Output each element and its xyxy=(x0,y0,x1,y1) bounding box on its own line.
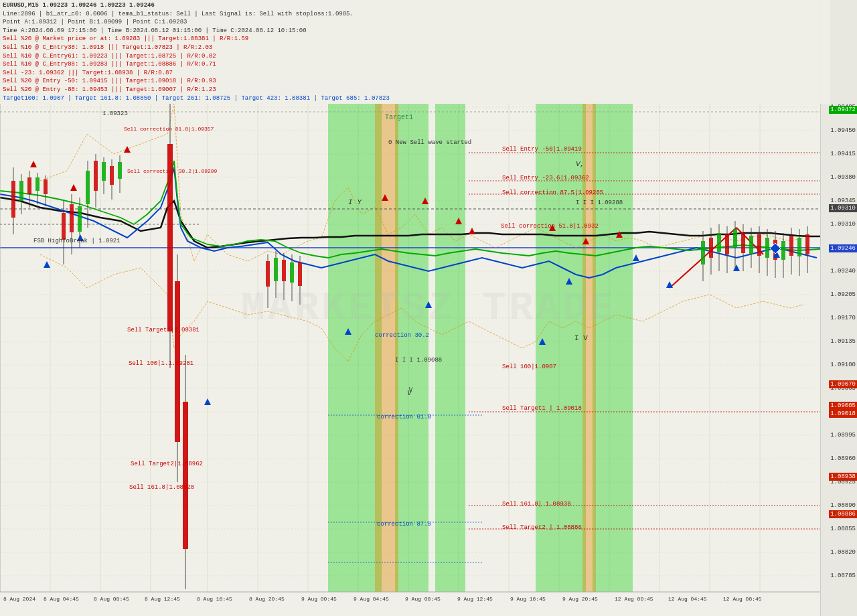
svg-rect-118 xyxy=(765,238,769,258)
price-21: 1.08785 xyxy=(830,572,856,579)
price-label-top: 1.09472 xyxy=(829,106,857,114)
svg-text:Sell Target2|1.08962: Sell Target2|1.08962 xyxy=(131,461,203,467)
svg-text:I V: I V xyxy=(574,334,588,342)
svg-text:Sell correction 51.8|1.0932: Sell correction 51.8|1.0932 xyxy=(501,223,599,230)
svg-text:Sell Entry -23.6|1.09362: Sell Entry -23.6|1.09362 xyxy=(502,175,589,181)
sell-line2: Sell %10 @ C_Entry38: 1.0918 ||| Target:… xyxy=(3,44,828,52)
svg-text:Sell Target1 | 1.09018: Sell Target1 | 1.09018 xyxy=(502,405,582,412)
svg-text:8 Aug 16:45: 8 Aug 16:45 xyxy=(197,596,232,602)
svg-rect-78 xyxy=(94,161,98,191)
price-5: 1.09345 xyxy=(830,198,856,204)
svg-text:V: V xyxy=(408,386,413,394)
info-bar: EURUSD,M15 1.09223 1.09246 1.09223 1.092… xyxy=(0,0,830,104)
svg-rect-39 xyxy=(435,104,465,592)
price-4: 1.09380 xyxy=(830,174,856,181)
svg-rect-60 xyxy=(11,181,15,218)
svg-text:9 Aug 12:45: 9 Aug 12:45 xyxy=(457,596,493,602)
svg-rect-112 xyxy=(741,233,745,253)
price-label-938: 1.08938 xyxy=(829,473,857,481)
svg-text:correction 30.2: correction 30.2 xyxy=(375,332,429,339)
price-label-310: 1.09310 xyxy=(829,204,857,212)
svg-rect-72 xyxy=(70,204,74,232)
svg-rect-98 xyxy=(290,262,294,283)
svg-text:correction 61.8: correction 61.8 xyxy=(377,414,431,420)
svg-rect-102 xyxy=(701,241,705,264)
svg-text:Sell 161.8|1.08928: Sell 161.8|1.08928 xyxy=(129,484,194,491)
svg-rect-82 xyxy=(110,166,114,185)
svg-text:8 Aug 08:45: 8 Aug 08:45 xyxy=(94,596,129,602)
price-label-current: 1.09246 xyxy=(829,244,857,252)
svg-text:12 Aug 08:45: 12 Aug 08:45 xyxy=(723,596,762,602)
svg-rect-110 xyxy=(733,229,737,248)
svg-rect-41 xyxy=(593,104,633,592)
svg-rect-90 xyxy=(183,402,188,549)
svg-rect-64 xyxy=(27,177,31,194)
svg-rect-106 xyxy=(717,233,721,252)
svg-text:9 Aug 04:45: 9 Aug 04:45 xyxy=(354,596,389,602)
svg-text:Sell Target1|1.09381: Sell Target1|1.09381 xyxy=(127,327,200,333)
sell-line5: Sell -23: 1.09362 ||| Target:1.08938 | R… xyxy=(3,69,828,78)
svg-rect-104 xyxy=(709,238,713,258)
svg-rect-114 xyxy=(749,236,753,254)
svg-rect-42 xyxy=(375,104,398,592)
svg-text:12 Aug 04:45: 12 Aug 04:45 xyxy=(668,596,707,602)
svg-rect-76 xyxy=(86,171,90,204)
svg-text:Sell 100|1.1.09281: Sell 100|1.1.09281 xyxy=(129,360,193,367)
svg-text:Sell 161.8| 1.08938: Sell 161.8| 1.08938 xyxy=(502,501,571,508)
chart-title: EURUSD,M15 1.09223 1.09246 1.09223 1.092… xyxy=(3,1,828,10)
svg-rect-38 xyxy=(395,104,428,592)
sell-line3: Sell %10 @ C_Entry61: 1.09223 ||| Target… xyxy=(3,52,828,61)
svg-text:Sell correction 38.2|1.09299: Sell correction 38.2|1.09299 xyxy=(127,168,218,174)
svg-rect-84 xyxy=(118,162,122,179)
svg-text:I Y: I Y xyxy=(348,198,362,206)
svg-text:Sell correction 87.5|1.09285: Sell correction 87.5|1.09285 xyxy=(502,189,603,196)
svg-text:1.09323: 1.09323 xyxy=(102,110,128,117)
chart-container: MARKETSZ TRADE EURUSD,M15 1.09223 1.0924… xyxy=(0,0,857,616)
svg-rect-62 xyxy=(19,181,23,201)
svg-text:Sell Entry -50|1.09419: Sell Entry -50|1.09419 xyxy=(502,146,582,153)
svg-rect-80 xyxy=(102,162,106,181)
price-16: 1.08960 xyxy=(830,455,856,462)
svg-rect-108 xyxy=(725,234,729,254)
price-8: 1.09240 xyxy=(830,268,856,275)
sell-line4: Sell %10 @ C_Entry88: 1.09283 ||| Target… xyxy=(3,60,828,69)
svg-text:Sell correction 61.8|1.09357: Sell correction 61.8|1.09357 xyxy=(124,126,214,132)
sell-line1: Sell %20 @ Market price or at: 1.09283 |… xyxy=(3,35,828,44)
price-label-018: 1.09018 xyxy=(829,410,857,418)
price-15: 1.08995 xyxy=(830,432,856,439)
svg-text:8 Aug 2024: 8 Aug 2024 xyxy=(3,596,35,602)
indicator-line3: Time A:2024.08.09 17:15:00 | Time B:2024… xyxy=(3,27,828,35)
price-2: 1.09450 xyxy=(830,127,856,134)
svg-rect-96 xyxy=(282,260,286,281)
svg-rect-128 xyxy=(805,234,809,254)
svg-text:9 Aug 20:45: 9 Aug 20:45 xyxy=(562,596,598,602)
svg-rect-68 xyxy=(44,179,48,194)
indicator-line1: Line:2896 | b1_atr_c0: 0.0006 | tema_b1_… xyxy=(3,10,828,19)
svg-text:I I I 1.09288: I I I 1.09288 xyxy=(576,200,623,206)
svg-rect-94 xyxy=(274,258,278,281)
price-3: 1.09415 xyxy=(830,151,856,157)
svg-text:I I I 1.09088: I I I 1.09088 xyxy=(395,357,442,364)
svg-rect-124 xyxy=(789,236,793,256)
sell-line6: Sell %20 @ Entry -50: 1.09415 ||| Target… xyxy=(3,77,828,86)
svg-text:8 Aug 20:45: 8 Aug 20:45 xyxy=(249,596,285,602)
svg-text:correction 87.5: correction 87.5 xyxy=(377,521,431,528)
sell-line7: Sell %20 @ Entry -88: 1.09453 ||| Target… xyxy=(3,86,828,94)
svg-rect-74 xyxy=(78,206,82,232)
svg-rect-100 xyxy=(298,262,302,286)
svg-text:FSB HighToBreak | 1.0921: FSB HighToBreak | 1.0921 xyxy=(33,238,121,244)
svg-text:9 Aug 08:45: 9 Aug 08:45 xyxy=(405,596,441,602)
svg-text:8 Aug 04:45: 8 Aug 04:45 xyxy=(44,596,79,602)
price-19: 1.08855 xyxy=(830,526,856,532)
svg-rect-70 xyxy=(62,213,66,240)
svg-text:8 Aug 12:45: 8 Aug 12:45 xyxy=(145,596,180,602)
targets-line: Target100: 1.0907 | Target 161.8: 1.0885… xyxy=(3,94,828,103)
svg-rect-116 xyxy=(757,234,761,256)
price-11: 1.09135 xyxy=(830,338,856,345)
price-12: 1.09100 xyxy=(830,362,856,368)
svg-text:9 Aug 16:45: 9 Aug 16:45 xyxy=(510,596,546,602)
svg-text:V,: V, xyxy=(576,160,585,168)
price-6: 1.09310 xyxy=(830,221,856,228)
price-20: 1.08820 xyxy=(830,549,856,556)
svg-text:Sell 100|1.0907: Sell 100|1.0907 xyxy=(502,364,556,370)
